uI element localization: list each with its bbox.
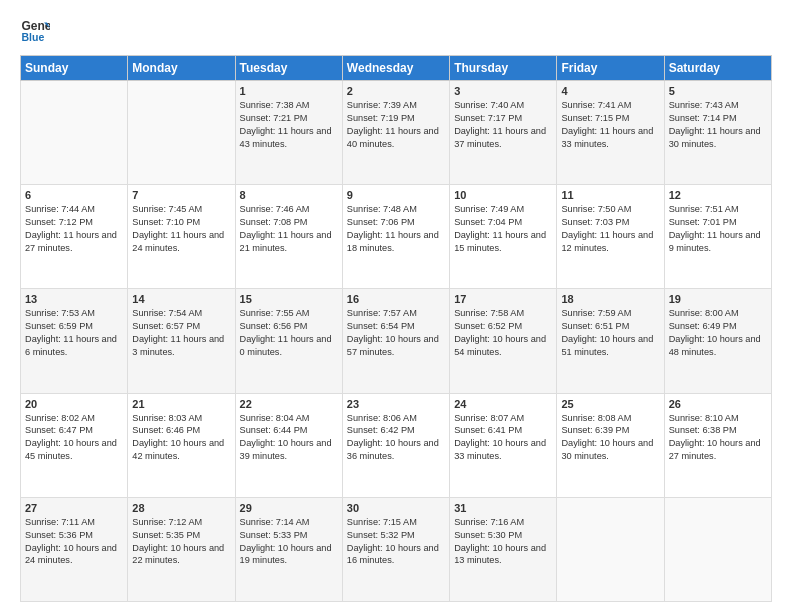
day-info: Sunrise: 7:59 AMSunset: 6:51 PMDaylight:… (561, 307, 659, 359)
day-number: 26 (669, 398, 767, 410)
day-number: 3 (454, 85, 552, 97)
day-info: Sunrise: 7:39 AMSunset: 7:19 PMDaylight:… (347, 99, 445, 151)
calendar-cell: 18Sunrise: 7:59 AMSunset: 6:51 PMDayligh… (557, 289, 664, 393)
calendar-cell: 31Sunrise: 7:16 AMSunset: 5:30 PMDayligh… (450, 497, 557, 601)
day-number: 12 (669, 189, 767, 201)
calendar-cell: 8Sunrise: 7:46 AMSunset: 7:08 PMDaylight… (235, 185, 342, 289)
day-info: Sunrise: 7:16 AMSunset: 5:30 PMDaylight:… (454, 516, 552, 568)
calendar-cell: 7Sunrise: 7:45 AMSunset: 7:10 PMDaylight… (128, 185, 235, 289)
day-info: Sunrise: 7:40 AMSunset: 7:17 PMDaylight:… (454, 99, 552, 151)
day-info: Sunrise: 7:15 AMSunset: 5:32 PMDaylight:… (347, 516, 445, 568)
day-number: 24 (454, 398, 552, 410)
calendar-cell: 27Sunrise: 7:11 AMSunset: 5:36 PMDayligh… (21, 497, 128, 601)
day-info: Sunrise: 7:51 AMSunset: 7:01 PMDaylight:… (669, 203, 767, 255)
header: General Blue (20, 15, 772, 45)
day-number: 14 (132, 293, 230, 305)
calendar-cell: 6Sunrise: 7:44 AMSunset: 7:12 PMDaylight… (21, 185, 128, 289)
weekday-header-friday: Friday (557, 56, 664, 81)
day-info: Sunrise: 7:45 AMSunset: 7:10 PMDaylight:… (132, 203, 230, 255)
day-info: Sunrise: 7:58 AMSunset: 6:52 PMDaylight:… (454, 307, 552, 359)
day-number: 25 (561, 398, 659, 410)
calendar-header-row: SundayMondayTuesdayWednesdayThursdayFrid… (21, 56, 772, 81)
day-info: Sunrise: 7:38 AMSunset: 7:21 PMDaylight:… (240, 99, 338, 151)
calendar-table: SundayMondayTuesdayWednesdayThursdayFrid… (20, 55, 772, 602)
day-info: Sunrise: 7:14 AMSunset: 5:33 PMDaylight:… (240, 516, 338, 568)
day-number: 19 (669, 293, 767, 305)
calendar-cell: 5Sunrise: 7:43 AMSunset: 7:14 PMDaylight… (664, 81, 771, 185)
day-info: Sunrise: 8:08 AMSunset: 6:39 PMDaylight:… (561, 412, 659, 464)
day-number: 22 (240, 398, 338, 410)
day-number: 31 (454, 502, 552, 514)
day-number: 5 (669, 85, 767, 97)
day-info: Sunrise: 7:12 AMSunset: 5:35 PMDaylight:… (132, 516, 230, 568)
day-number: 21 (132, 398, 230, 410)
day-info: Sunrise: 7:43 AMSunset: 7:14 PMDaylight:… (669, 99, 767, 151)
day-number: 27 (25, 502, 123, 514)
calendar-cell (557, 497, 664, 601)
calendar-cell: 4Sunrise: 7:41 AMSunset: 7:15 PMDaylight… (557, 81, 664, 185)
day-number: 20 (25, 398, 123, 410)
calendar-cell: 29Sunrise: 7:14 AMSunset: 5:33 PMDayligh… (235, 497, 342, 601)
day-number: 17 (454, 293, 552, 305)
weekday-header-thursday: Thursday (450, 56, 557, 81)
page: General Blue SundayMondayTuesdayWednesda… (0, 0, 792, 612)
calendar-cell: 20Sunrise: 8:02 AMSunset: 6:47 PMDayligh… (21, 393, 128, 497)
day-info: Sunrise: 7:11 AMSunset: 5:36 PMDaylight:… (25, 516, 123, 568)
day-info: Sunrise: 7:53 AMSunset: 6:59 PMDaylight:… (25, 307, 123, 359)
day-number: 18 (561, 293, 659, 305)
day-number: 10 (454, 189, 552, 201)
weekday-header-saturday: Saturday (664, 56, 771, 81)
calendar-cell: 11Sunrise: 7:50 AMSunset: 7:03 PMDayligh… (557, 185, 664, 289)
calendar-cell: 28Sunrise: 7:12 AMSunset: 5:35 PMDayligh… (128, 497, 235, 601)
calendar-cell: 23Sunrise: 8:06 AMSunset: 6:42 PMDayligh… (342, 393, 449, 497)
day-number: 23 (347, 398, 445, 410)
calendar-cell: 13Sunrise: 7:53 AMSunset: 6:59 PMDayligh… (21, 289, 128, 393)
calendar-cell: 26Sunrise: 8:10 AMSunset: 6:38 PMDayligh… (664, 393, 771, 497)
day-info: Sunrise: 7:41 AMSunset: 7:15 PMDaylight:… (561, 99, 659, 151)
calendar-cell: 19Sunrise: 8:00 AMSunset: 6:49 PMDayligh… (664, 289, 771, 393)
day-info: Sunrise: 8:06 AMSunset: 6:42 PMDaylight:… (347, 412, 445, 464)
day-number: 29 (240, 502, 338, 514)
day-number: 28 (132, 502, 230, 514)
calendar-week-2: 6Sunrise: 7:44 AMSunset: 7:12 PMDaylight… (21, 185, 772, 289)
calendar-cell: 3Sunrise: 7:40 AMSunset: 7:17 PMDaylight… (450, 81, 557, 185)
calendar-week-1: 1Sunrise: 7:38 AMSunset: 7:21 PMDaylight… (21, 81, 772, 185)
weekday-header-monday: Monday (128, 56, 235, 81)
day-number: 30 (347, 502, 445, 514)
svg-text:Blue: Blue (22, 31, 45, 43)
calendar-cell: 25Sunrise: 8:08 AMSunset: 6:39 PMDayligh… (557, 393, 664, 497)
day-info: Sunrise: 7:44 AMSunset: 7:12 PMDaylight:… (25, 203, 123, 255)
logo: General Blue (20, 15, 54, 45)
calendar-cell: 22Sunrise: 8:04 AMSunset: 6:44 PMDayligh… (235, 393, 342, 497)
day-info: Sunrise: 8:03 AMSunset: 6:46 PMDaylight:… (132, 412, 230, 464)
day-number: 4 (561, 85, 659, 97)
day-info: Sunrise: 7:50 AMSunset: 7:03 PMDaylight:… (561, 203, 659, 255)
calendar-cell: 9Sunrise: 7:48 AMSunset: 7:06 PMDaylight… (342, 185, 449, 289)
day-info: Sunrise: 7:46 AMSunset: 7:08 PMDaylight:… (240, 203, 338, 255)
calendar-cell (21, 81, 128, 185)
day-info: Sunrise: 8:04 AMSunset: 6:44 PMDaylight:… (240, 412, 338, 464)
weekday-header-tuesday: Tuesday (235, 56, 342, 81)
day-number: 7 (132, 189, 230, 201)
day-info: Sunrise: 7:48 AMSunset: 7:06 PMDaylight:… (347, 203, 445, 255)
weekday-header-sunday: Sunday (21, 56, 128, 81)
day-number: 13 (25, 293, 123, 305)
day-number: 2 (347, 85, 445, 97)
day-number: 6 (25, 189, 123, 201)
calendar-cell: 12Sunrise: 7:51 AMSunset: 7:01 PMDayligh… (664, 185, 771, 289)
calendar-cell: 1Sunrise: 7:38 AMSunset: 7:21 PMDaylight… (235, 81, 342, 185)
calendar-cell (664, 497, 771, 601)
day-number: 1 (240, 85, 338, 97)
calendar-cell: 2Sunrise: 7:39 AMSunset: 7:19 PMDaylight… (342, 81, 449, 185)
day-number: 16 (347, 293, 445, 305)
calendar-week-3: 13Sunrise: 7:53 AMSunset: 6:59 PMDayligh… (21, 289, 772, 393)
weekday-header-wednesday: Wednesday (342, 56, 449, 81)
calendar-cell: 10Sunrise: 7:49 AMSunset: 7:04 PMDayligh… (450, 185, 557, 289)
calendar-cell: 24Sunrise: 8:07 AMSunset: 6:41 PMDayligh… (450, 393, 557, 497)
day-info: Sunrise: 7:54 AMSunset: 6:57 PMDaylight:… (132, 307, 230, 359)
day-number: 9 (347, 189, 445, 201)
day-info: Sunrise: 8:00 AMSunset: 6:49 PMDaylight:… (669, 307, 767, 359)
calendar-cell: 16Sunrise: 7:57 AMSunset: 6:54 PMDayligh… (342, 289, 449, 393)
calendar-cell (128, 81, 235, 185)
calendar-cell: 14Sunrise: 7:54 AMSunset: 6:57 PMDayligh… (128, 289, 235, 393)
